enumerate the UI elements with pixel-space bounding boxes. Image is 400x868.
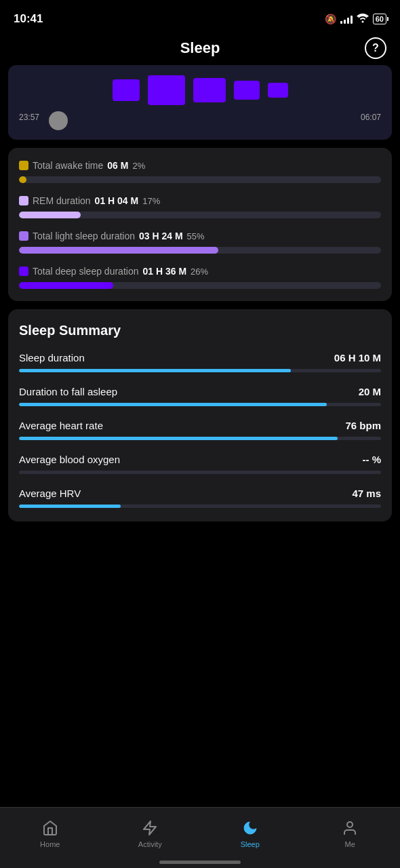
awake-bar-track xyxy=(19,176,381,183)
summary-duration-value: 06 H 10 M xyxy=(334,352,381,363)
home-indicator xyxy=(159,861,241,864)
awake-bar-fill xyxy=(19,176,26,183)
summary-hrv-bar-track xyxy=(19,505,381,508)
sleep-stats-card: Total awake time 06 M 2% REM duration 01… xyxy=(8,148,392,301)
summary-heart-rate-bar-fill xyxy=(19,437,338,440)
mute-icon: 🔕 xyxy=(325,14,336,24)
svg-point-1 xyxy=(347,822,353,827)
summary-fall-asleep-bar-track xyxy=(19,403,381,406)
help-button[interactable]: ? xyxy=(365,37,386,59)
summary-hrv-bar-fill xyxy=(19,505,121,508)
summary-fall-asleep-label: Duration to fall asleep xyxy=(19,386,117,397)
nav-item-activity[interactable]: Activity xyxy=(129,818,170,848)
summary-row-hrv: Average HRV 47 ms xyxy=(19,488,381,508)
light-sleep-row: Total light sleep duration 03 H 24 M 55% xyxy=(19,231,381,254)
rem-bar-fill xyxy=(19,212,81,218)
nav-item-me[interactable]: Me xyxy=(329,818,370,848)
sleep-block-3 xyxy=(193,78,226,102)
page-header: Sleep ? xyxy=(0,34,400,65)
sleep-icon xyxy=(241,818,260,837)
nav-label-me: Me xyxy=(345,840,355,848)
nav-label-home: Home xyxy=(40,840,60,848)
sleep-slider-thumb[interactable] xyxy=(49,111,68,130)
summary-hrv-label: Average HRV xyxy=(19,488,81,499)
summary-row-fall-asleep: Duration to fall asleep 20 M xyxy=(19,386,381,406)
start-time: 23:57 xyxy=(19,113,39,122)
end-time: 06:07 xyxy=(361,113,381,122)
awake-percent: 2% xyxy=(132,161,145,171)
status-bar: 10:41 🔕 60 xyxy=(0,0,400,34)
sleep-chart: 23:57 06:07 xyxy=(8,65,392,140)
summary-row-heart-rate: Average heart rate 76 bpm xyxy=(19,420,381,440)
home-icon xyxy=(41,818,60,837)
rem-row: REM duration 01 H 04 M 17% xyxy=(19,195,381,218)
deep-sleep-label: Total deep sleep duration xyxy=(33,266,138,277)
summary-blood-oxygen-value: -- % xyxy=(363,454,382,465)
deep-sleep-bar-track xyxy=(19,282,381,289)
summary-row-blood-oxygen: Average blood oxygen -- % xyxy=(19,454,381,474)
summary-heart-rate-label: Average heart rate xyxy=(19,420,103,431)
svg-marker-0 xyxy=(144,821,156,835)
summary-heart-rate-value: 76 bpm xyxy=(345,420,381,431)
deep-sleep-dot xyxy=(19,267,28,276)
light-sleep-value: 03 H 24 M xyxy=(139,231,183,241)
nav-item-home[interactable]: Home xyxy=(30,818,71,848)
light-sleep-dot xyxy=(19,231,28,241)
summary-fall-asleep-bar-fill xyxy=(19,403,327,406)
sleep-blocks xyxy=(19,73,381,107)
summary-hrv-value: 47 ms xyxy=(352,488,381,499)
deep-sleep-row: Total deep sleep duration 01 H 36 M 26% xyxy=(19,266,381,289)
awake-time-row: Total awake time 06 M 2% xyxy=(19,160,381,183)
rem-percent: 17% xyxy=(142,196,160,206)
deep-sleep-percent: 26% xyxy=(191,267,208,277)
deep-sleep-bar-fill xyxy=(19,282,113,289)
activity-icon xyxy=(140,818,159,837)
summary-duration-bar-track xyxy=(19,369,381,372)
me-icon xyxy=(340,818,359,837)
light-sleep-percent: 55% xyxy=(187,231,205,241)
light-sleep-label: Total light sleep duration xyxy=(33,231,135,241)
sleep-block-2 xyxy=(148,75,185,105)
awake-value: 06 M xyxy=(107,160,128,171)
sleep-summary-card: Sleep Summary Sleep duration 06 H 10 M D… xyxy=(8,309,392,521)
summary-heart-rate-bar-track xyxy=(19,437,381,440)
time-labels: 23:57 06:07 xyxy=(19,113,381,122)
nav-label-activity: Activity xyxy=(138,840,162,848)
summary-duration-bar-fill xyxy=(19,369,291,372)
summary-row-duration: Sleep duration 06 H 10 M xyxy=(19,352,381,372)
summary-blood-oxygen-label: Average blood oxygen xyxy=(19,454,120,465)
wifi-icon xyxy=(357,14,369,25)
deep-sleep-value: 01 H 36 M xyxy=(142,266,186,277)
status-icons: 🔕 60 xyxy=(325,14,386,25)
rem-color-dot xyxy=(19,196,28,205)
awake-dot xyxy=(19,161,28,170)
rem-bar-track xyxy=(19,212,381,218)
sleep-block-4 xyxy=(234,81,260,100)
summary-blood-oxygen-bar-track xyxy=(19,471,381,474)
battery-icon: 60 xyxy=(373,14,386,24)
sleep-block-5 xyxy=(268,83,288,98)
summary-duration-label: Sleep duration xyxy=(19,352,85,363)
nav-item-sleep[interactable]: Sleep xyxy=(230,818,271,848)
rem-value: 01 H 04 M xyxy=(95,195,139,206)
nav-label-sleep: Sleep xyxy=(241,840,260,848)
page-title: Sleep xyxy=(180,39,220,57)
sleep-block-1 xyxy=(113,79,140,101)
summary-title: Sleep Summary xyxy=(19,323,381,338)
summary-fall-asleep-value: 20 M xyxy=(359,386,381,397)
light-sleep-bar-fill xyxy=(19,247,218,254)
signal-icon xyxy=(340,14,353,24)
bottom-nav: Home Activity Sleep Me xyxy=(0,807,400,868)
rem-label: REM duration xyxy=(33,195,91,206)
status-time: 10:41 xyxy=(14,12,43,26)
light-sleep-bar-track xyxy=(19,247,381,254)
awake-label: Total awake time xyxy=(33,160,103,171)
